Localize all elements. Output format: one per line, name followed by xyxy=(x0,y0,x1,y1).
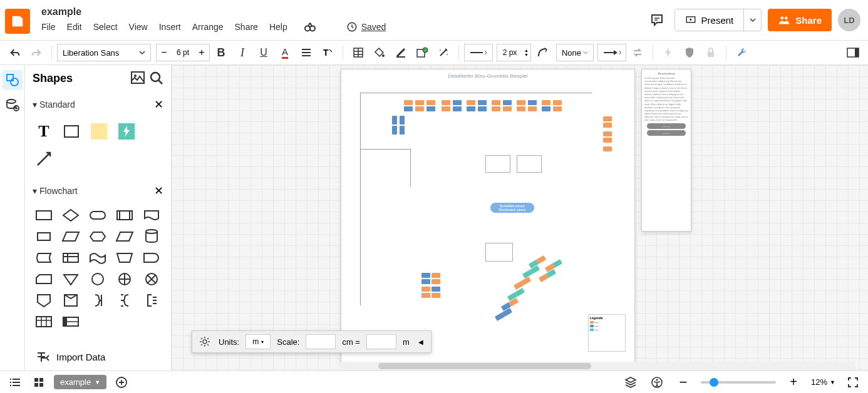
line-width-down[interactable]: ▼ xyxy=(522,53,530,57)
menu-arrange[interactable]: Arrange xyxy=(192,22,224,32)
italic-button[interactable]: I xyxy=(232,43,252,63)
flowchart-brace-right[interactable] xyxy=(86,292,109,309)
canvas[interactable]: Detaillierter Büro-Grundriss Beispiel xyxy=(172,65,868,370)
flowchart-internal[interactable] xyxy=(59,249,82,267)
font-family-select[interactable]: Liberation Sans xyxy=(57,44,151,61)
flowchart-data[interactable] xyxy=(59,228,82,245)
menu-insert[interactable]: Insert xyxy=(159,22,181,32)
shape-bolt[interactable] xyxy=(115,120,138,143)
flowchart-database[interactable] xyxy=(140,228,163,245)
import-data-button[interactable]: Import Data xyxy=(25,343,171,370)
flowchart-predefined[interactable] xyxy=(113,207,136,224)
flowchart-document[interactable] xyxy=(140,207,163,224)
shape-note[interactable] xyxy=(88,120,110,143)
zoom-slider[interactable] xyxy=(701,381,776,384)
flowchart-sum[interactable] xyxy=(113,270,136,288)
bold-button[interactable]: B xyxy=(211,43,231,63)
flowchart-delay[interactable] xyxy=(140,249,163,267)
lock-button[interactable] xyxy=(701,43,721,63)
document-title[interactable]: example xyxy=(41,5,646,21)
accessibility-button[interactable] xyxy=(648,374,666,391)
shapes-tool[interactable] xyxy=(3,70,23,90)
menu-select[interactable]: Select xyxy=(93,22,118,32)
scale-collapse[interactable]: ◀ xyxy=(416,339,426,345)
swap-button[interactable] xyxy=(628,43,648,63)
flowchart-tape[interactable] xyxy=(86,249,109,267)
side-button-1[interactable]: ——— xyxy=(647,123,686,129)
comment-icon[interactable] xyxy=(646,9,668,31)
flowchart-offpage[interactable] xyxy=(33,292,55,309)
shape-arrow[interactable] xyxy=(33,148,55,170)
zoom-in-button[interactable]: + xyxy=(785,374,802,391)
side-page[interactable]: Beschreibung Lorem ipsum dolor sit amet … xyxy=(641,69,691,232)
share-button[interactable]: Share xyxy=(768,9,832,31)
shape-text[interactable]: T xyxy=(33,120,55,143)
wrench-button[interactable] xyxy=(731,43,752,63)
redo-button[interactable] xyxy=(26,43,46,63)
line-style-select[interactable] xyxy=(464,44,493,61)
flowchart-or[interactable] xyxy=(140,270,163,288)
side-button-2[interactable]: ——— xyxy=(647,130,686,136)
menu-share[interactable]: Share xyxy=(235,22,258,32)
shape-style-button[interactable] xyxy=(412,43,432,63)
fullscreen-button[interactable] xyxy=(844,374,862,391)
line-curve-button[interactable] xyxy=(532,43,552,63)
flowchart-table[interactable] xyxy=(33,313,55,330)
present-button[interactable]: Present xyxy=(674,9,745,31)
arrow-start-select[interactable]: None xyxy=(556,44,594,61)
flowchart-decision[interactable] xyxy=(59,207,82,224)
shield-button[interactable] xyxy=(679,43,700,63)
text-color-button[interactable]: A xyxy=(275,43,295,63)
undo-button[interactable] xyxy=(5,43,25,63)
menu-edit[interactable]: Edit xyxy=(67,22,82,32)
list-view-button[interactable] xyxy=(6,374,24,391)
units-select[interactable]: m▾ xyxy=(245,334,271,349)
app-logo[interactable] xyxy=(5,9,30,34)
canvas-callout[interactable]: Erstellen eines Stockwerk plans xyxy=(490,203,534,213)
menu-view[interactable]: View xyxy=(129,22,148,32)
shape-rectangle[interactable] xyxy=(60,120,83,143)
flowchart-hexagon[interactable] xyxy=(86,228,109,245)
data-tool[interactable] xyxy=(3,95,23,115)
line-width-up[interactable]: ▲ xyxy=(522,48,530,53)
panel-toggle-button[interactable] xyxy=(843,43,863,63)
horizontal-scrollbar[interactable] xyxy=(341,362,855,370)
close-icon[interactable]: ✕ xyxy=(154,98,163,111)
arrow-end-select[interactable] xyxy=(597,44,626,61)
flowchart-annotation[interactable] xyxy=(140,292,163,309)
scale-input-cm[interactable] xyxy=(306,334,336,349)
flowchart-terminator[interactable] xyxy=(86,207,109,224)
flowchart-stored[interactable] xyxy=(33,249,55,267)
grid-view-button[interactable] xyxy=(30,374,48,391)
user-avatar[interactable]: LD xyxy=(838,9,860,31)
zoom-out-button[interactable]: − xyxy=(674,374,692,391)
close-icon[interactable]: ✕ xyxy=(154,184,163,198)
add-page-button[interactable] xyxy=(113,374,130,391)
flowchart-card[interactable] xyxy=(33,270,55,288)
flowchart-merge[interactable] xyxy=(59,270,82,288)
flowchart-parallelogram[interactable] xyxy=(113,228,136,245)
flowchart-display[interactable] xyxy=(33,228,55,245)
font-size-increase[interactable]: + xyxy=(194,44,209,61)
layers-button[interactable] xyxy=(622,374,639,391)
text-style-button[interactable]: T xyxy=(318,43,338,63)
binoculars-icon[interactable] xyxy=(304,22,316,32)
saved-status[interactable]: Saved xyxy=(346,21,386,33)
flowchart-connector[interactable] xyxy=(86,270,109,288)
flowchart-brace-left[interactable] xyxy=(113,292,136,309)
flowchart-swimlane[interactable] xyxy=(59,313,82,330)
page-tab[interactable]: example ▼ xyxy=(54,375,106,389)
underline-button[interactable]: U xyxy=(254,43,274,63)
zoom-value[interactable]: 12%▼ xyxy=(811,377,835,387)
align-button[interactable] xyxy=(296,43,316,63)
font-size-decrease[interactable]: − xyxy=(157,44,172,61)
fill-color-button[interactable] xyxy=(369,43,390,63)
section-flowchart[interactable]: ▾Flowchart ✕ xyxy=(33,180,163,202)
scale-input-m[interactable] xyxy=(366,334,396,349)
present-dropdown[interactable] xyxy=(744,9,762,31)
flowchart-manual[interactable] xyxy=(113,249,136,267)
menu-file[interactable]: File xyxy=(41,22,56,32)
font-size-value[interactable]: 6 pt xyxy=(172,48,194,57)
line-color-button[interactable] xyxy=(391,43,411,63)
flash-button[interactable] xyxy=(658,43,678,63)
